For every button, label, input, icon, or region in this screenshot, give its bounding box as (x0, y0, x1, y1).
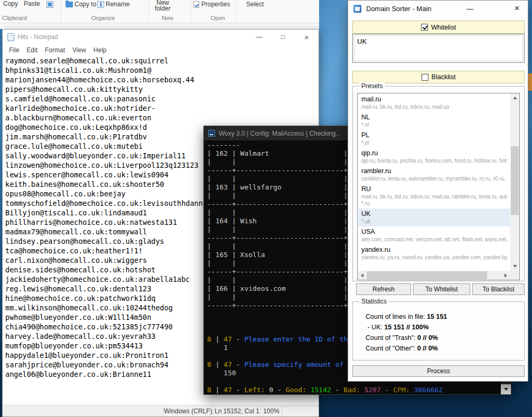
paste-button[interactable]: Paste (24, 0, 40, 7)
sorter-title: Domain Sorter - Main (366, 5, 432, 13)
credential-line: raymond.searle@homecall.co.uk:squirrel (5, 56, 319, 65)
copy-to-button[interactable]: Copy to (74, 1, 96, 8)
copy-to-icon (66, 2, 73, 7)
menu-help[interactable]: Help (90, 46, 110, 54)
preset-name: NL (361, 113, 507, 121)
credential-line: bhpinks31@tiscali.co.uk:Mushroom1@ (5, 65, 319, 75)
credential-line: karlride@homechoice.co.uk:hotrider- (5, 103, 319, 113)
rename-icon (97, 1, 104, 8)
copy-button[interactable]: Copy (3, 0, 18, 7)
stat-line: Count of lines in file: 15 151 (366, 311, 524, 322)
select-button[interactable]: Select (246, 1, 264, 8)
preset-item-uk[interactable]: UK*.uk (358, 209, 510, 226)
credential-line: marionjansen44@homechoice.co.uk:horsebox… (5, 75, 319, 84)
statistics-lines: Count of lines in file: 15 151 - UK: 15 … (353, 302, 524, 354)
scroll-right-icon[interactable] (501, 271, 510, 280)
preset-name: qip.ru (361, 149, 507, 157)
close-button[interactable]: × (505, 1, 529, 16)
preset-item-qip.ru[interactable]: qip.ruqip.ru, borda.ru, pochta.ru, fromr… (358, 148, 510, 166)
statistics-group-label: Statistics (359, 298, 389, 305)
preset-item-nl[interactable]: NL*.nl (358, 112, 510, 130)
status-cursor-position: Ln 15152, Col 1 (213, 405, 260, 416)
preset-name: USA (361, 228, 507, 236)
menu-view[interactable]: View (69, 46, 90, 54)
preset-item-usa[interactable]: USAaim.com, comcast.net, verizon.net, at… (358, 226, 510, 244)
blacklist-checkbox[interactable] (422, 74, 428, 81)
credential-line: pipers@homecall.co.uk:kittykitty (5, 84, 319, 94)
window-controls: — □ × (247, 30, 319, 44)
presets-group: Presets mail.rumail.ru, bk.ru, list.ru, … (352, 86, 525, 281)
preset-item-rambler.ru[interactable]: rambler.rurambler.ru, lenta.ru, autoramb… (358, 166, 510, 184)
refresh-button[interactable]: Refresh (356, 283, 411, 295)
domain-sorter-window: Domain Sorter - Main — × Whitelist UK Bl… (348, 0, 528, 382)
scroll-down-icon[interactable] (501, 384, 511, 394)
close-button[interactable]: × (295, 30, 319, 44)
notepad-menubar: FileEditFormatViewHelp (3, 44, 319, 55)
credential-line: s.camfield@homecall.co.uk:panasonic (5, 94, 319, 103)
preset-domains: mail.ru, bk.ru, list.ru, inbox.ru, mail.… (361, 103, 507, 110)
menu-edit[interactable]: Edit (23, 46, 41, 54)
scroll-down-icon[interactable] (510, 262, 519, 271)
blacklist-panel: Blacklist (352, 71, 525, 83)
preset-item-ru[interactable]: RUmail.ru, bk.ru, list.ru, inbox.ru, mai… (358, 184, 510, 209)
status-line-ending: Windows (CRLF) (163, 405, 213, 416)
menu-format[interactable]: Format (41, 46, 69, 54)
maximize-button[interactable]: □ (271, 30, 295, 44)
whitelist-panel: Whitelist (352, 21, 525, 34)
presets-vertical-scrollbar[interactable] (510, 93, 519, 271)
minimize-button[interactable]: — (458, 1, 482, 16)
stat-line: Count of "Trash": 0 // 0% (366, 333, 524, 343)
blacklist-label: Blacklist (432, 73, 456, 81)
to-blacklist-button[interactable]: To Blacklist (472, 283, 525, 295)
presets-horizontal-scrollbar[interactable] (358, 271, 510, 280)
ribbon-separator (191, 0, 191, 21)
preset-item-yandex.ru[interactable]: yandex.ruyandex.ru, ya.ru, narod.ru, yan… (358, 244, 510, 262)
sorter-titlebar: Domain Sorter - Main — × (348, 1, 528, 16)
whitelist-value: UK (354, 35, 523, 61)
preset-domains: yandex.ru, ya.ru, narod.ru, yandex.ua, y… (361, 254, 507, 261)
clipboard-group-label: Clipboard (2, 15, 27, 21)
stat-line: Count of "Other": 0 // 0% (366, 343, 524, 354)
presets-group-label: Presets (359, 82, 385, 90)
rename-button[interactable]: Rename (106, 1, 129, 8)
preset-name: mail.ru (361, 95, 507, 103)
console-title: Woxy 3.0 | Config: MailAccess | Checking… (219, 130, 339, 137)
open-group-label: Open (211, 15, 225, 21)
new-folder-button[interactable]: New folder (152, 0, 173, 12)
notepad-icon (7, 33, 14, 41)
menu-file[interactable]: File (5, 46, 23, 54)
console-line: 8 | 47 - Left: 0 - Good: 15142 - Bad: 52… (207, 386, 500, 394)
properties-button[interactable]: Properties (201, 1, 230, 8)
preset-domains: *.uk (361, 218, 507, 225)
scroll-left-icon[interactable] (358, 271, 367, 280)
ribbon-separator (61, 0, 61, 21)
ribbon-separator (236, 0, 237, 21)
preset-domains: mail.ru, bk.ru, list.ru, inbox.ru, mail.… (361, 193, 507, 200)
process-button[interactable]: Process (352, 365, 525, 377)
status-empty (282, 405, 319, 416)
horizontal-scroll-thumb[interactable] (367, 271, 487, 279)
credential-line: a.blackburn@homecall.co.uk:everton (5, 113, 319, 122)
vertical-scroll-thumb[interactable] (511, 146, 519, 215)
preset-domains: *.nl (361, 121, 507, 128)
stat-line: - UK: 15 151 // 100% (366, 322, 524, 333)
whitelist-textarea[interactable]: UK (352, 34, 525, 63)
preset-name: yandex.ru (361, 245, 507, 254)
paste-shortcut-icon[interactable] (46, 1, 53, 8)
minimize-button[interactable]: — (247, 30, 271, 44)
preset-item-pl[interactable]: PL*.pl (358, 130, 510, 148)
desktop-edge-accent (528, 73, 532, 91)
organize-group-label: Organize (91, 15, 115, 21)
notepad-title: Hits - Notepad (17, 33, 58, 41)
ribbon-strip: Copy Paste Clipboard Copy to Rename Orga… (0, 0, 319, 23)
new-group-label: New (162, 15, 173, 21)
whitelist-checkbox[interactable] (421, 24, 428, 31)
to-whitelist-button[interactable]: To Whitelist (413, 283, 470, 295)
preset-domains: rambler.ru, lenta.ru, autorambler.ru, my… (361, 175, 507, 182)
preset-domains: *.pl (361, 139, 507, 146)
preset-item-mail.ru[interactable]: mail.rumail.ru, bk.ru, list.ru, inbox.ru… (358, 94, 510, 112)
preset-name: rambler.ru (361, 167, 507, 175)
preset-name: UK (361, 210, 507, 218)
status-spacer (3, 405, 163, 416)
scroll-up-icon[interactable] (510, 93, 519, 102)
